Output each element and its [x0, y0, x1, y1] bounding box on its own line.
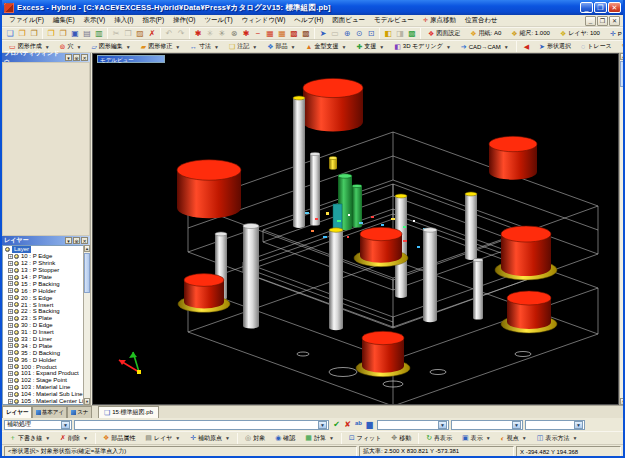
snap-icon[interactable]: ▩ — [288, 28, 300, 39]
menu-item-10[interactable]: モデルビュー — [370, 15, 418, 26]
menu-item-5[interactable]: 操作(O) — [169, 15, 199, 26]
scroll-thumb[interactable] — [620, 61, 625, 87]
print-icon[interactable]: ▤ — [81, 28, 93, 39]
menu-item-0[interactable]: ファイル(F) — [5, 15, 48, 26]
minimize-button[interactable]: _ — [580, 2, 593, 13]
cad-cam-button[interactable]: ➔CAD→CAM▼ — [457, 41, 513, 53]
part-attribute-button[interactable]: ❖部品属性 — [99, 432, 139, 445]
pen-button[interactable]: ✛P - — [606, 28, 623, 40]
mold-support-button[interactable]: ▲金型支援▼ — [302, 40, 351, 53]
fit-button[interactable]: ⊡フィット — [345, 432, 385, 445]
layer-tree-item[interactable]: +104 : Material Sub Line — [3, 391, 89, 398]
layer-tree-scrollbar[interactable]: ▲ ▼ — [83, 245, 90, 405]
layer-button[interactable]: ❖レイヤ: 100 — [556, 27, 604, 40]
zoom-all-icon[interactable]: ⊙ — [353, 28, 365, 39]
calc-button[interactable]: ▦計算▼ — [301, 432, 338, 445]
layer-tree-item[interactable]: +23 : S Plate — [3, 315, 89, 322]
panel-close-icon[interactable]: ✕ — [81, 54, 88, 61]
menu-item-9[interactable]: 図面ビュー — [328, 15, 369, 26]
expand-icon[interactable]: + — [8, 288, 13, 293]
menu-item-4[interactable]: 指示(P) — [138, 15, 168, 26]
grid-icon[interactable]: ▦ — [264, 28, 276, 39]
plot-icon[interactable]: ▥ — [93, 28, 105, 39]
cancel-icon[interactable]: ✘ — [342, 420, 353, 429]
menu-item-12[interactable]: 位置合わせ — [461, 15, 502, 26]
display-button[interactable]: ▣表示▼ — [458, 432, 495, 445]
aux-origin-button[interactable]: ✛補助原点▼ — [186, 432, 234, 445]
expand-icon[interactable]: + — [8, 357, 13, 362]
option-combobox-3[interactable]: ▼ — [525, 420, 585, 430]
open-icon[interactable]: ❐ — [16, 28, 28, 39]
shape-modify-button[interactable]: ▰図形修正▼ — [137, 40, 184, 53]
menu-item-2[interactable]: 表示(V) — [80, 15, 110, 26]
move-button[interactable]: ✥移動 — [387, 432, 415, 445]
fill-icon[interactable]: ◧ — [382, 28, 394, 39]
layer-tree-item[interactable]: +12 : P Shrink — [3, 260, 89, 267]
layer-tree-item[interactable]: +15 : P Backing — [3, 280, 89, 287]
text-input-icon[interactable]: ab — [353, 420, 364, 429]
chevron-down-icon[interactable]: ▼ — [318, 421, 327, 429]
layer-tree-item[interactable]: +103 : Material Line — [3, 384, 89, 391]
menu-item-3[interactable]: 挿入(I) — [110, 15, 137, 26]
dimension-button[interactable]: ↔寸法▼ — [186, 40, 223, 53]
circle-point-icon[interactable]: ⊗ — [228, 28, 240, 39]
texture-icon[interactable]: ▩ — [406, 28, 418, 39]
layer-tree-item[interactable]: +22 : S Backing — [3, 308, 89, 315]
scroll-thumb[interactable] — [84, 253, 90, 293]
scroll-up-icon[interactable]: ▲ — [620, 53, 625, 60]
panel-tab-1[interactable]: 基本アイ — [32, 406, 67, 418]
scroll-down-icon[interactable]: ▼ — [84, 398, 90, 405]
panel-pin-icon[interactable]: ⊙ — [73, 237, 80, 244]
expand-icon[interactable]: + — [8, 337, 13, 342]
scale-button[interactable]: ❖縮尺: 1.000 — [507, 27, 554, 40]
panel-menu-icon[interactable]: ▾ — [65, 54, 72, 61]
delete-icon[interactable]: ✗ — [146, 28, 158, 39]
expand-icon[interactable]: + — [8, 385, 13, 390]
viewpoint-button[interactable]: ◐視点▼ — [497, 432, 531, 445]
command-input-combobox[interactable]: ▼ — [74, 420, 329, 430]
mdi-close-button[interactable]: ✕ — [609, 16, 620, 26]
folder-save-icon[interactable]: ❐ — [57, 28, 69, 39]
menu-item-8[interactable]: ヘルプ(H) — [290, 15, 327, 26]
parts-button[interactable]: ❖部品▼ — [263, 40, 299, 53]
panel-pin-icon[interactable]: ⊙ — [73, 54, 80, 61]
confirm-icon[interactable]: ✔ — [331, 420, 342, 429]
layer-tree-item[interactable]: +33 : D Liner — [3, 336, 89, 343]
draft-line-button[interactable]: ＋下書き線▼ — [5, 431, 54, 445]
expand-icon[interactable]: + — [8, 275, 13, 280]
scroll-down-icon[interactable]: ▼ — [620, 398, 625, 405]
expand-icon[interactable]: + — [8, 323, 13, 328]
expand-icon[interactable]: + — [8, 295, 13, 300]
shape-edit-button[interactable]: ▱図形編集▼ — [87, 40, 134, 53]
panel-tab-2[interactable]: スナ — [67, 406, 92, 418]
grid2-icon[interactable]: ▦ — [276, 28, 288, 39]
expand-icon[interactable]: + — [8, 268, 13, 273]
mode-combobox[interactable]: 補助処理 ▼ — [4, 420, 72, 430]
expand-icon[interactable]: + — [8, 316, 13, 321]
expand-icon[interactable]: + — [8, 371, 13, 376]
option-combobox-2[interactable]: ▼ — [451, 420, 523, 430]
line-type-icon[interactable]: − — [252, 28, 264, 39]
layer-tree-item[interactable]: +101 : Expand Product — [3, 370, 89, 377]
layer-tree-item[interactable]: +35 : D Backing — [3, 349, 89, 356]
document-tab[interactable]: ❏ 15:標準組図.pb — [98, 406, 159, 418]
expand-icon[interactable]: + — [8, 364, 13, 369]
layer-tree-item[interactable]: +36 : D Holder — [3, 356, 89, 363]
expand-icon[interactable]: + — [8, 392, 13, 397]
trace-button[interactable]: ◌トレース — [577, 40, 616, 53]
scroll-up-icon[interactable]: ▲ — [84, 245, 90, 252]
layer-tree-item[interactable]: +31 : D Insert — [3, 329, 89, 336]
panel-close-icon[interactable]: ✕ — [81, 237, 88, 244]
chevron-down-icon[interactable]: ▼ — [574, 421, 583, 429]
menu-item-6[interactable]: ツール(T) — [200, 15, 236, 26]
zoom-window-icon[interactable]: ⊡ — [365, 28, 377, 39]
folder-open-icon[interactable]: ❐ — [45, 28, 57, 39]
expand-icon[interactable]: + — [8, 343, 13, 348]
display-method-button[interactable]: ◫表示方法▼ — [533, 432, 582, 445]
paste-icon[interactable]: ▨ — [134, 28, 146, 39]
menu-item-1[interactable]: 編集(E) — [49, 15, 79, 26]
mdi-minimize-button[interactable]: _ — [585, 16, 596, 26]
layer-select-button[interactable]: ▤レイヤ▼ — [141, 432, 184, 445]
target-button[interactable]: ◎対象 — [241, 432, 269, 445]
menu-item-11[interactable]: ✛原点移動 — [419, 15, 460, 26]
